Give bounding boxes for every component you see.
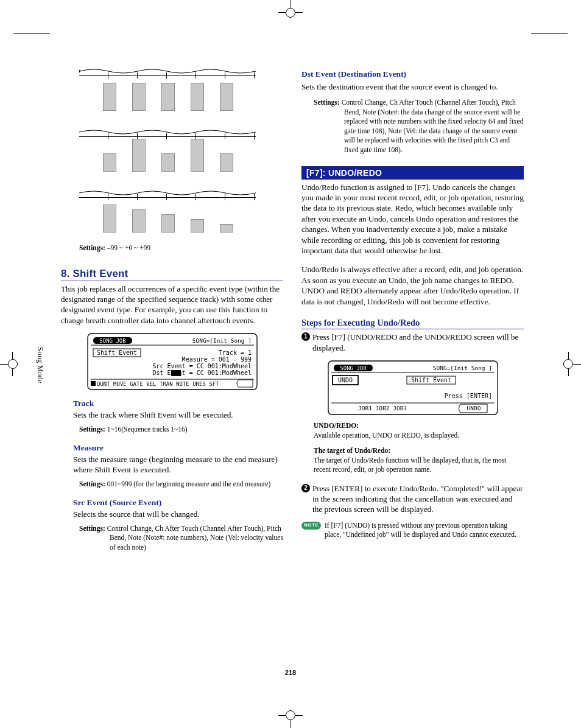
corner-rule xyxy=(13,33,50,34)
src-event-heading: Src Event (Source Event) xyxy=(73,498,283,508)
track-body: Sets the track where Shift Event will be… xyxy=(73,410,283,420)
lcd-shift-event: SONG JOB SONG=[Init Song ] Shift Event T… xyxy=(87,333,258,390)
page-number: 218 xyxy=(285,669,296,676)
svg-text:SONG=[Init Song ]: SONG=[Init Song ] xyxy=(192,337,251,344)
undo-body-2: Undo/Redo is always effective after a re… xyxy=(301,264,524,307)
svg-text:Measure = 001 - 999: Measure = 001 - 999 xyxy=(181,356,251,363)
section-body: This job replaces all occurrences of a s… xyxy=(61,284,283,326)
dst-event-body: Sets the destination event that the sour… xyxy=(301,82,524,92)
f7-undo-redo-header: [F7]: UNDO/REDO xyxy=(301,166,524,180)
src-event-settings: Settings: Control Change, Ch After Touch… xyxy=(79,524,283,553)
undo-body-1: Undo/Redo function is assigned to [F7]. … xyxy=(301,182,524,256)
step-2: 2 Press [ENTER] to execute Undo/Redo. "C… xyxy=(301,483,524,515)
crop-mark-right xyxy=(557,346,581,382)
svg-text:UNDO: UNDO xyxy=(467,405,481,411)
track-heading: Track xyxy=(73,399,283,408)
section-title-shift-event: 8. Shift Event xyxy=(61,268,283,281)
svg-text:Src Event = CC 001:ModWheel: Src Event = CC 001:ModWheel xyxy=(152,363,252,369)
note-line: NOTE If [F7] (UNDO) is pressed without a… xyxy=(301,521,524,540)
svg-text:Press [ENTER]: Press [ENTER] xyxy=(444,393,491,399)
dst-event-settings: Settings: Control Change, Ch After Touch… xyxy=(314,98,524,155)
svg-rect-12 xyxy=(171,370,181,376)
measure-settings: Settings: 001~999 (for the beginning mea… xyxy=(79,480,283,489)
settings-value: –99 ~ +0 ~ +99 xyxy=(107,244,150,251)
right-column: Dst Event (Destination Event) Sets the d… xyxy=(301,61,524,552)
corner-rule xyxy=(531,33,568,34)
svg-text:Shift Event: Shift Event xyxy=(410,377,451,383)
svg-text:JOB1 JOB2 JOB3: JOB1 JOB2 JOB3 xyxy=(358,405,407,411)
lcd-undo: SONG JOB SONG=[Init Song ] UNDO Shift Ev… xyxy=(328,360,498,415)
svg-text:QUNT MOVE GATE VEL TRAN  NOTE : QUNT MOVE GATE VEL TRAN NOTE ORES SFT xyxy=(97,381,219,387)
svg-text:UNDO: UNDO xyxy=(337,377,352,383)
side-tab: Song Mode xyxy=(35,347,44,383)
crop-mark-bottom xyxy=(272,704,309,728)
settings-label: Settings: xyxy=(79,244,105,251)
crop-mark-left xyxy=(0,346,24,382)
step-1: 1 Press [F7] (UNDO/REDO and the UNDO/RED… xyxy=(301,332,524,353)
svg-text:SONG JOB: SONG JOB xyxy=(340,365,366,371)
step-number-icon: 1 xyxy=(301,332,310,341)
diagram-settings: Settings: –99 ~ +0 ~ +99 xyxy=(79,243,283,253)
note-badge-icon: NOTE xyxy=(301,522,321,530)
svg-text:SONG JOB: SONG JOB xyxy=(99,338,125,344)
src-event-body: Selects the source that will be changed. xyxy=(73,509,283,519)
svg-point-0 xyxy=(79,70,80,72)
dst-event-heading: Dst Event (Destination Event) xyxy=(301,69,524,79)
velocity-diagram xyxy=(79,62,256,233)
svg-text:Dst Event = CC 001:ModWheel: Dst Event = CC 001:ModWheel xyxy=(152,369,252,376)
measure-body: Sets the measure range (beginning measur… xyxy=(73,454,283,475)
target-note: The target of Undo/Redo: The target of U… xyxy=(314,446,524,475)
track-settings: Settings: 1~16(Sequence tracks 1~16) xyxy=(79,425,283,435)
crop-mark-top xyxy=(272,0,309,24)
svg-text:SONG=[Init Song ]: SONG=[Init Song ] xyxy=(432,365,491,371)
left-column: Settings: –99 ~ +0 ~ +99 8. Shift Event … xyxy=(61,61,283,552)
measure-heading: Measure xyxy=(73,443,283,453)
undo-redo-note: UNDO/REDO: Available operation, UNDO or … xyxy=(314,421,524,440)
steps-heading: Steps for Executing Undo/Redo xyxy=(301,318,524,329)
svg-text:Track =  1: Track = 1 xyxy=(218,349,251,356)
step-number-icon: 2 xyxy=(301,484,310,492)
page-content: Settings: –99 ~ +0 ~ +99 8. Shift Event … xyxy=(61,61,524,552)
svg-text:Shift Event: Shift Event xyxy=(96,349,136,356)
svg-rect-14 xyxy=(91,381,96,386)
